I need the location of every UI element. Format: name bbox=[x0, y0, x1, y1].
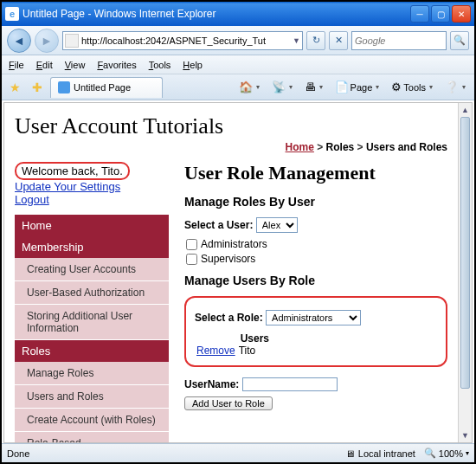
scroll-thumb[interactable] bbox=[460, 117, 470, 389]
select-role-dropdown[interactable]: Administrators bbox=[266, 310, 361, 325]
menu-view[interactable]: View bbox=[65, 60, 86, 70]
tab-favicon bbox=[58, 81, 70, 93]
favorites-star-icon[interactable]: ★ bbox=[5, 78, 24, 97]
role-checkbox[interactable] bbox=[186, 254, 197, 265]
ie-icon: e bbox=[5, 7, 19, 21]
select-user-dropdown[interactable]: Alex bbox=[256, 217, 298, 233]
nav-item[interactable]: Manage Roles bbox=[15, 362, 169, 385]
nav-section-head[interactable]: Roles bbox=[15, 340, 169, 362]
zoom-dropdown-icon[interactable]: ▾ bbox=[466, 449, 469, 457]
role-checkbox-row: Administrators bbox=[186, 238, 447, 250]
section-heading: User Role Management bbox=[184, 162, 447, 184]
nav-item[interactable]: User-Based Authorization bbox=[15, 281, 169, 305]
menu-edit[interactable]: Edit bbox=[36, 60, 53, 70]
tab-label: Untitled Page bbox=[74, 82, 131, 93]
print-icon: 🖶 bbox=[305, 81, 316, 93]
byuser-heading: Manage Roles By User bbox=[184, 195, 447, 209]
page-icon: 📄 bbox=[335, 81, 349, 93]
logout-link[interactable]: Logout bbox=[15, 193, 169, 206]
nav-item[interactable]: Storing Additional User Information bbox=[15, 305, 169, 340]
rss-icon: 📡 bbox=[272, 81, 286, 93]
zone-icon: 🖥 bbox=[345, 448, 355, 459]
page-tool-button[interactable]: 📄Page bbox=[330, 78, 385, 97]
scroll-down-icon[interactable]: ▼ bbox=[459, 429, 472, 442]
side-navigation: HomeMembershipCreating User AccountsUser… bbox=[15, 215, 169, 443]
search-button[interactable]: 🔍 bbox=[450, 31, 469, 50]
users-table: Users RemoveTito bbox=[195, 332, 273, 357]
zone-label: Local intranet bbox=[358, 448, 415, 459]
minimize-button[interactable]: ─ bbox=[410, 5, 429, 23]
role-checkbox[interactable] bbox=[186, 239, 197, 250]
breadcrumb-current: Users and Roles bbox=[366, 141, 447, 153]
tools-tool-button[interactable]: ⚙Tools bbox=[386, 78, 438, 97]
nav-section-head[interactable]: Membership bbox=[15, 236, 169, 258]
refresh-button[interactable]: ↻ bbox=[306, 31, 325, 50]
users-column-header: Users bbox=[237, 332, 273, 345]
breadcrumb-roles: Roles bbox=[326, 141, 355, 153]
tab-toolbar: ★ ✚ Untitled Page 🏠 📡 🖶 📄Page ⚙Tools ❔ bbox=[2, 74, 474, 100]
forward-button[interactable]: ► bbox=[35, 29, 59, 53]
users-by-role-panel: Select a Role: Administrators Users Remo… bbox=[184, 296, 447, 367]
menu-favorites[interactable]: Favorites bbox=[97, 60, 136, 70]
address-dropdown-icon[interactable]: ▼ bbox=[293, 36, 300, 45]
help-icon: ❔ bbox=[445, 81, 459, 93]
menu-help[interactable]: Help bbox=[183, 60, 203, 70]
search-input[interactable] bbox=[355, 35, 443, 46]
vertical-scrollbar[interactable]: ▲ ▼ bbox=[458, 103, 472, 442]
menu-tools[interactable]: Tools bbox=[149, 60, 171, 70]
window-title: Untitled Page - Windows Internet Explore… bbox=[23, 8, 410, 20]
page-favicon bbox=[65, 34, 79, 48]
zoom-value: 100% bbox=[439, 448, 463, 459]
welcome-message: Welcome back, Tito. bbox=[15, 162, 130, 180]
maximize-button[interactable]: ▢ bbox=[431, 5, 450, 23]
nav-item[interactable]: Role-Based bbox=[15, 432, 169, 443]
gear-icon: ⚙ bbox=[391, 81, 402, 93]
table-row: RemoveTito bbox=[195, 345, 273, 357]
feeds-tool-button[interactable]: 📡 bbox=[267, 78, 298, 97]
window-titlebar: e Untitled Page - Windows Internet Explo… bbox=[2, 2, 474, 26]
home-tool-button[interactable]: 🏠 bbox=[234, 78, 265, 97]
stop-button[interactable]: ✕ bbox=[329, 31, 348, 50]
help-tool-button[interactable]: ❔ bbox=[440, 78, 471, 97]
remove-user-link[interactable]: Remove bbox=[196, 345, 235, 357]
zoom-icon: 🔍 bbox=[424, 448, 436, 459]
add-user-button[interactable]: Add User to Role bbox=[184, 396, 273, 410]
nav-section-head[interactable]: Home bbox=[15, 215, 169, 236]
print-tool-button[interactable]: 🖶 bbox=[299, 78, 328, 97]
nav-item[interactable]: Creating User Accounts bbox=[15, 258, 169, 281]
username-input[interactable] bbox=[242, 377, 338, 391]
role-checkbox-row: Supervisors bbox=[186, 253, 447, 265]
back-button[interactable]: ◄ bbox=[7, 29, 31, 53]
search-box[interactable] bbox=[351, 31, 447, 50]
nav-item[interactable]: Create Account (with Roles) bbox=[15, 409, 169, 432]
menu-file[interactable]: File bbox=[9, 60, 24, 70]
add-favorite-icon[interactable]: ✚ bbox=[28, 78, 47, 97]
select-role-label: Select a Role: bbox=[195, 312, 263, 324]
home-icon: 🏠 bbox=[239, 81, 253, 93]
scroll-up-icon[interactable]: ▲ bbox=[459, 103, 472, 117]
breadcrumb: Home > Roles > Users and Roles bbox=[15, 141, 447, 153]
content-viewport: ▲ ▼ User Account Tutorials Home > Roles … bbox=[3, 102, 473, 443]
breadcrumb-home[interactable]: Home bbox=[286, 141, 314, 153]
status-text: Done bbox=[7, 448, 29, 459]
update-settings-link[interactable]: Update Your Settings bbox=[15, 180, 169, 193]
nav-toolbar: ◄ ► ▼ ↻ ✕ 🔍 bbox=[2, 26, 474, 55]
user-cell: Tito bbox=[237, 345, 273, 357]
select-user-label: Select a User: bbox=[184, 219, 253, 231]
status-bar: Done 🖥 Local intranet 🔍 100% ▾ bbox=[2, 443, 474, 462]
username-label: UserName: bbox=[184, 378, 239, 390]
url-input[interactable] bbox=[81, 35, 293, 46]
role-checkbox-label: Supervisors bbox=[201, 253, 255, 265]
page-title: User Account Tutorials bbox=[15, 113, 447, 139]
byrole-heading: Manage Users By Role bbox=[184, 274, 447, 287]
address-bar[interactable]: ▼ bbox=[62, 31, 303, 50]
close-button[interactable]: ✕ bbox=[452, 5, 471, 23]
browser-tab[interactable]: Untitled Page bbox=[50, 77, 163, 98]
nav-item[interactable]: Users and Roles bbox=[15, 385, 169, 409]
role-checkbox-label: Administrators bbox=[201, 238, 267, 250]
menu-bar: File Edit View Favorites Tools Help bbox=[2, 55, 474, 74]
